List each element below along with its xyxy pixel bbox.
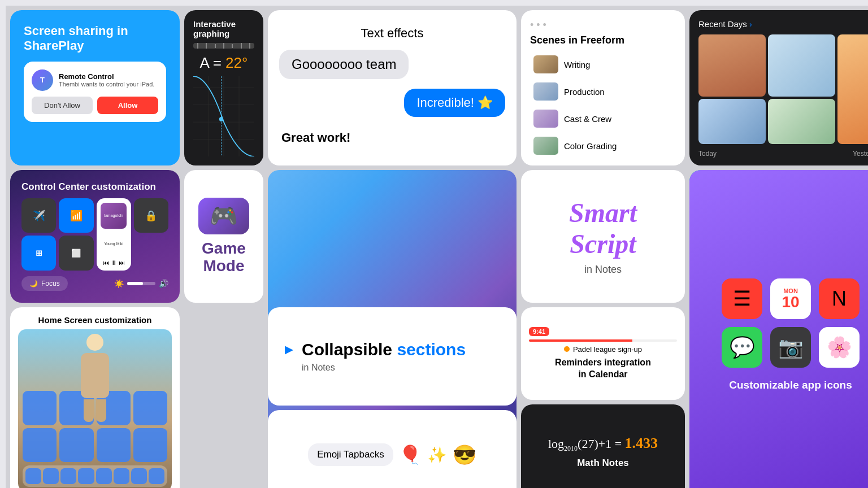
col4-row3: 9:41 Padel league sign-up Reminders inte… [521, 307, 685, 488]
brightness-fill [127, 282, 143, 285]
dock-icon-7[interactable] [131, 468, 147, 484]
photo-person [698, 34, 766, 97]
hs-icon-5[interactable] [23, 428, 57, 462]
dock-icon-1[interactable] [25, 468, 41, 484]
hs-icon-1[interactable] [23, 391, 57, 425]
bubble-great: Great work! [279, 126, 353, 150]
cc-btn-bluetooth[interactable]: ⊞ [21, 236, 56, 270]
freeform-dots: • • • [530, 19, 676, 31]
media-controls[interactable]: ⏮ ⏸ ⏭ [103, 259, 125, 266]
scene-thumb-colorgrading [533, 137, 558, 155]
collapse-arrow-icon[interactable]: ▶ [281, 342, 296, 357]
emoji-card: Emoji Tapbacks 🎈 ✨ 😎 [268, 410, 517, 488]
appicons-subtitle: Customizable app icons [729, 379, 852, 391]
allow-button[interactable]: Allow [97, 97, 158, 114]
next-icon[interactable]: ⏭ [119, 259, 125, 266]
graphing-title: Interactive graphing [193, 19, 254, 38]
hs-icon-6[interactable] [59, 428, 93, 462]
cc-media[interactable]: tamagotchi Young Miki ⏮ ⏸ ⏭ [97, 198, 131, 271]
photos-subtitle: Photos app redesign [698, 163, 868, 165]
textfx-card: Text effects Goooooooo team Incredible! … [268, 10, 517, 165]
app-icon-calendar[interactable]: MON 10 [770, 278, 811, 319]
dock-icon-6[interactable] [114, 468, 129, 484]
brightness-slider[interactable] [127, 282, 155, 285]
hs-icon-8[interactable] [133, 428, 167, 462]
scene-label-production: Production [564, 87, 605, 97]
graph-svg [193, 76, 254, 156]
brightness-row: ☀️ 🔊 [114, 279, 168, 288]
dock-icon-2[interactable] [43, 468, 59, 484]
freeform-card: • • • Scenes in Freeform Writing Product… [521, 10, 685, 165]
dock-icon-4[interactable] [78, 468, 94, 484]
collapsible-title: Collapsible sections [302, 340, 466, 359]
graph-area [193, 76, 254, 156]
photo-blue [698, 99, 766, 144]
app-icon-reminders[interactable]: ☰ [722, 278, 762, 319]
cc-btn-lock[interactable]: 🔒 [134, 198, 168, 233]
app-icon-news[interactable]: N [819, 278, 860, 319]
freeform-title: Scenes in Freeform [530, 34, 676, 46]
reminder-progress-bar [529, 339, 677, 342]
calendar-date: 10 [782, 294, 799, 310]
graphing-ruler [193, 43, 254, 49]
dock-icon-3[interactable] [60, 468, 76, 484]
math-result: 1.433 [625, 435, 658, 451]
dock-icon-5[interactable] [96, 468, 112, 484]
scene-label-castcrew: Cast & Crew [564, 114, 611, 124]
textfx-title: Text effects [361, 26, 424, 41]
photo-sky [768, 34, 835, 97]
controlcenter-card: Control Center customization ✈️ 📶 tamago… [10, 170, 180, 303]
deny-button[interactable]: Don't Allow [32, 97, 93, 114]
reminder-text: Padel league sign-up [573, 345, 642, 354]
scene-label-colorgrading: Color Grading [564, 141, 617, 151]
col2-row3-spacer [184, 307, 263, 488]
appicons-card: ☰ MON 10 N 💬 📷 🌸 Customizable app icons [689, 170, 868, 488]
sun-icon: ☀️ [114, 279, 124, 288]
cc-btn-record[interactable]: ⬜ [59, 236, 93, 270]
col3-row3: ▶ Collapsible sections in Notes Emoji Ta… [268, 307, 517, 488]
notif-name: Remote Control [59, 72, 154, 81]
notif-header: T Remote Control Thembi wants to control… [32, 69, 158, 91]
scene-colorgrading[interactable]: Color Grading [530, 133, 676, 158]
scene-writing[interactable]: Writing [530, 52, 676, 77]
scene-thumb-writing [533, 55, 558, 73]
moon-icon: 🌙 [29, 280, 38, 287]
gamemode-card: 🎮 Game Mode [184, 170, 263, 303]
photo-desert [837, 34, 868, 144]
scene-castcrew[interactable]: Cast & Crew [530, 106, 676, 131]
bubble-incredible: Incredible! ⭐ [404, 89, 505, 117]
controlcenter-title: Control Center customization [21, 181, 168, 193]
app-icon-photos[interactable]: 🌸 [819, 327, 860, 368]
cc-btn-wifi[interactable]: 📶 [59, 198, 93, 233]
shareplay-title: Screen sharing in SharePlay [24, 24, 166, 54]
balloon-emoji: 🎈 [399, 444, 422, 465]
cc-grid: ✈️ 📶 tamagotchi Young Miki ⏮ ⏸ ⏭ 🔒 ⊞ ⬜ [21, 198, 168, 271]
app-icon-messages[interactable]: 💬 [722, 327, 762, 368]
hs-icon-4[interactable] [133, 391, 167, 425]
scene-production[interactable]: Production [530, 79, 676, 104]
cc-btn-airplane[interactable]: ✈️ [21, 198, 56, 233]
focus-pill[interactable]: 🌙 Focus [21, 276, 68, 291]
graphing-card: Interactive graphing A = 22° [184, 10, 263, 165]
notif-buttons: Don't Allow Allow [32, 97, 158, 114]
ruler-bar [193, 43, 254, 49]
volume-icon: 🔊 [159, 279, 168, 288]
hs-icon-7[interactable] [97, 428, 131, 462]
media-title: tamagotchi [104, 213, 123, 218]
play-icon[interactable]: ⏸ [111, 259, 117, 266]
progress-fill [529, 339, 632, 342]
dock-icon-8[interactable] [149, 468, 164, 484]
smartscript-card: Smart Script in Notes [521, 170, 685, 303]
homescreen-dock [23, 465, 167, 487]
photos-grid [698, 34, 868, 144]
shareplay-notification: T Remote Control Thembi wants to control… [24, 62, 166, 122]
gamemode-label: Game Mode [202, 239, 246, 274]
avatar: T [32, 69, 53, 91]
svg-point-8 [219, 117, 223, 121]
smartscript-subtitle: in Notes [584, 264, 622, 276]
gamemode-title: Game Mode [202, 240, 246, 275]
app-icon-camera[interactable]: 📷 [770, 327, 811, 368]
focus-label: Focus [41, 280, 60, 287]
photos-time-labels: Today Yesterday [698, 150, 868, 158]
prev-icon[interactable]: ⏮ [103, 259, 109, 266]
